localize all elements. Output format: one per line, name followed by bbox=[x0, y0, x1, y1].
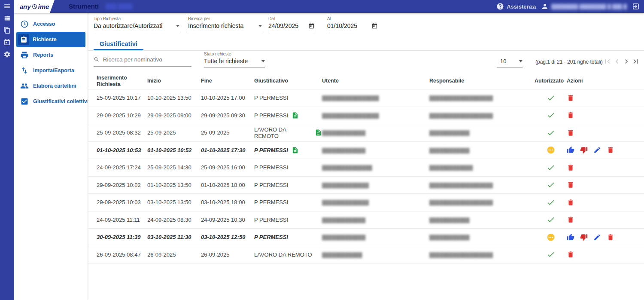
filter-al-date[interactable]: Al 01/10/2025 bbox=[327, 16, 378, 32]
delete-icon[interactable] bbox=[567, 164, 574, 171]
table-row: 01-10-2025 10:5301-10-2025 10:5201-10-20… bbox=[88, 142, 644, 159]
assistenza-button[interactable]: Assistenza bbox=[496, 3, 536, 10]
column-header: Autorizzato bbox=[535, 78, 567, 84]
last-page-button[interactable] bbox=[632, 57, 640, 66]
reject-icon[interactable] bbox=[580, 146, 588, 154]
delete-icon[interactable] bbox=[567, 111, 574, 119]
delete-icon[interactable] bbox=[567, 251, 574, 258]
table-row: 26-09-2025 08:4726-09-202526-09-2025LAVO… bbox=[88, 246, 644, 264]
sidebar-item-importa-esporta[interactable]: Importa/Esporta bbox=[14, 63, 88, 78]
redacted-name: █████████████ bbox=[322, 130, 365, 135]
authorized-check-icon bbox=[547, 94, 555, 102]
approve-icon[interactable] bbox=[567, 233, 574, 241]
cell-responsabile: ███████████████████ bbox=[429, 251, 535, 258]
authorized-check-icon bbox=[547, 163, 555, 172]
table-row: 25-09-2025 08:3225-09-202525-09-2025LAVO… bbox=[88, 124, 644, 142]
attachment-icon[interactable] bbox=[315, 129, 322, 136]
giustificativo-label: P PERMESSI bbox=[254, 147, 288, 153]
logout-icon[interactable] bbox=[632, 3, 640, 10]
sidebar-item-richieste[interactable]: Richieste bbox=[16, 32, 85, 47]
help-icon bbox=[496, 3, 504, 10]
tab-giustificativi[interactable]: Giustificativi bbox=[94, 39, 143, 50]
calendar-icon[interactable] bbox=[371, 23, 378, 29]
active-icon-chip bbox=[18, 34, 29, 45]
cell-fine: 29-09-2025 09:30 bbox=[201, 112, 254, 119]
sidebar-item-giustificativi-collettivi[interactable]: Giustificativi collettivi bbox=[14, 94, 88, 109]
stato-richieste-select[interactable]: Stato richieste Tutte le richieste bbox=[204, 52, 265, 67]
delete-icon[interactable] bbox=[567, 181, 574, 189]
sidebar-item-accesso[interactable]: Accesso bbox=[14, 16, 88, 32]
page-size-select[interactable]: 10 bbox=[497, 58, 522, 67]
redacted-name: ████████████ bbox=[429, 235, 470, 240]
edit-icon[interactable] bbox=[593, 233, 601, 241]
filter-value: Inserimento richiesta bbox=[188, 22, 243, 29]
giustificativo-label: P PERMESSI bbox=[254, 217, 288, 223]
authorized-check-icon bbox=[547, 111, 555, 119]
sidebar-item-elabora-cartellini[interactable]: Elabora cartellini bbox=[14, 78, 88, 94]
delete-icon[interactable] bbox=[567, 129, 574, 137]
next-page-button[interactable] bbox=[622, 57, 631, 66]
attachment-icon[interactable] bbox=[292, 112, 299, 119]
column-header: Fine bbox=[201, 78, 254, 84]
giustificativo-label: P PERMESSI bbox=[254, 234, 288, 240]
pending-status-icon bbox=[547, 146, 555, 154]
cell-utente: ██████████████ bbox=[322, 199, 429, 205]
reject-icon[interactable] bbox=[580, 233, 588, 241]
redacted-name: █████████████ bbox=[322, 235, 365, 240]
filter-tipo-richiesta[interactable]: Tipo Richiesta Da autorizzare/Autorizzat… bbox=[94, 16, 179, 32]
list-icon[interactable] bbox=[3, 15, 11, 22]
chevron-down-icon bbox=[519, 60, 522, 62]
filter-dal-date[interactable]: Dal 24/09/2025 bbox=[268, 16, 315, 32]
calendar-icon[interactable] bbox=[3, 39, 11, 46]
attachment-icon[interactable] bbox=[292, 147, 299, 154]
pagination-info: (pag.1 di 21 - 201 righe totali) bbox=[535, 59, 603, 65]
windows-icon[interactable] bbox=[3, 27, 11, 34]
redacted-name: ███████████████████ bbox=[429, 183, 493, 188]
cell-azioni bbox=[567, 233, 640, 241]
sidebar: AccessoRichiesteReportsImporta/EsportaEl… bbox=[14, 13, 88, 300]
cell-autorizzato bbox=[535, 111, 567, 119]
cell-inizio: 10-10-2025 13:50 bbox=[147, 95, 201, 101]
logo-text-pre: any bbox=[20, 3, 31, 10]
redacted-name: ███████████████████ bbox=[429, 113, 493, 118]
cell-utente: █████████████████ bbox=[322, 112, 429, 119]
delete-icon[interactable] bbox=[607, 146, 614, 154]
table-header-row: Inserimento RichiestaInizioFineGiustific… bbox=[88, 73, 644, 89]
cell-azioni bbox=[567, 129, 640, 137]
calendar-icon[interactable] bbox=[308, 23, 315, 29]
settings-icon[interactable] bbox=[3, 51, 11, 58]
giustificativo-label: LAVORO DA REMOTO bbox=[254, 126, 311, 139]
date-value: 24/09/2025 bbox=[268, 22, 298, 29]
cell-autorizzato bbox=[535, 146, 567, 154]
delete-icon[interactable] bbox=[567, 94, 574, 102]
cell-inserimento: 25-09-2025 10:17 bbox=[97, 95, 147, 101]
assistenza-label: Assistenza bbox=[507, 3, 536, 10]
delete-icon[interactable] bbox=[567, 199, 574, 206]
page-title: Strumenti bbox=[69, 3, 99, 10]
cell-azioni bbox=[567, 146, 640, 154]
redacted-name: ███████████████████ bbox=[429, 95, 493, 101]
search-input[interactable] bbox=[102, 56, 191, 63]
filter-ricerca-per[interactable]: Ricerca per Inserimento richiesta bbox=[188, 16, 262, 32]
clock-icon bbox=[20, 20, 29, 28]
user-menu[interactable]: ████████ ████████ █ ███ █ bbox=[541, 3, 627, 10]
column-header: Inserimento Richiesta bbox=[97, 75, 147, 88]
icon-rail bbox=[0, 0, 14, 300]
cell-inizio: 03-10-2025 11:30 bbox=[147, 234, 201, 240]
search-icon bbox=[94, 56, 100, 63]
delete-icon[interactable] bbox=[567, 216, 574, 223]
cell-utente: █████████████ bbox=[322, 217, 429, 223]
approve-icon[interactable] bbox=[567, 146, 574, 154]
sidebar-item-reports[interactable]: Reports bbox=[14, 47, 88, 63]
menu-icon[interactable] bbox=[3, 3, 11, 10]
cell-inserimento: 29-09-2025 10:29 bbox=[97, 112, 147, 119]
cell-inserimento: 25-09-2025 08:32 bbox=[97, 129, 147, 136]
edit-icon[interactable] bbox=[593, 146, 601, 154]
cell-fine: 03-10-2025 18:00 bbox=[201, 199, 254, 205]
giustificativo-label: LAVORO DA REMOTO bbox=[254, 251, 312, 258]
delete-icon[interactable] bbox=[607, 233, 614, 241]
printer-icon bbox=[20, 51, 29, 59]
person-icon bbox=[541, 3, 549, 10]
giustificativo-label: P PERMESSI bbox=[254, 182, 288, 188]
giustificativo-label: P PERMESSI bbox=[254, 95, 288, 101]
